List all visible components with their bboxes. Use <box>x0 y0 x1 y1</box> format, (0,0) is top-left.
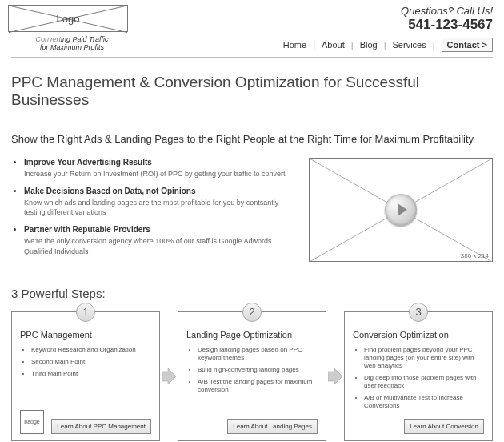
video-dimensions: 380 x 214 <box>461 252 489 259</box>
benefit-item: Partner with Reputable Providers We're t… <box>24 225 298 255</box>
step-number: 1 <box>76 303 95 322</box>
main-nav: Home| About| Blog| Services| Contact > <box>283 38 493 52</box>
benefit-desc: Increase your Return on Investment (ROI)… <box>24 169 298 179</box>
steps-heading: 3 Powerful Steps: <box>11 287 493 300</box>
benefit-item: Improve Your Advertising Results Increas… <box>24 158 298 179</box>
step-point: Design landing pages based on PPC keywor… <box>198 346 318 362</box>
phone-number: 541-123-4567 <box>283 17 493 33</box>
benefit-title: Make Decisions Based on Data, not Opinio… <box>24 187 196 195</box>
svg-marker-5 <box>328 368 342 384</box>
benefit-title: Partner with Reputable Providers <box>24 225 150 234</box>
tagline: Converting Paid Trafficfor Maximum Profi… <box>8 32 136 51</box>
questions-label: Questions? Call Us! <box>283 5 493 17</box>
learn-landing-button[interactable]: Learn About Landing Pages <box>227 419 318 434</box>
page-headline: PPC Management & Conversion Optimization… <box>11 74 493 109</box>
arrow-right-icon <box>162 368 176 384</box>
nav-home[interactable]: Home <box>283 40 306 50</box>
logo-placeholder: Logo <box>8 5 128 32</box>
step-number: 2 <box>242 303 262 322</box>
step-point: Keyword Research and Organization <box>31 346 151 354</box>
step-number: 3 <box>409 303 428 322</box>
benefit-desc: Know which ads and landing pages are the… <box>24 198 298 217</box>
step-point: Find problem pages beyond your PPC landi… <box>364 346 484 370</box>
play-icon[interactable] <box>385 194 417 226</box>
step-point: Third Main Point <box>31 370 151 378</box>
step-point: Second Main Point <box>31 358 151 366</box>
benefits-list: Improve Your Advertising Results Increas… <box>11 158 298 264</box>
step-point: A/B or Multivariate Test to Increase Con… <box>364 394 484 410</box>
step-point: Dig deep into those problem pages with u… <box>364 374 484 390</box>
page-subheadline: Show the Right Ads & Landing Pages to th… <box>11 133 493 145</box>
step-title: Conversion Optimization <box>353 330 484 340</box>
nav-blog[interactable]: Blog <box>360 40 378 50</box>
video-placeholder[interactable]: 380 x 214 <box>309 158 493 262</box>
nav-contact-button[interactable]: Contact > <box>442 38 493 52</box>
badge-placeholder: badge <box>20 410 44 434</box>
svg-marker-4 <box>162 368 176 384</box>
benefit-title: Improve Your Advertising Results <box>24 158 152 167</box>
benefit-item: Make Decisions Based on Data, not Opinio… <box>24 187 298 217</box>
learn-conversion-button[interactable]: Learn About Conversion <box>404 419 484 434</box>
step-title: PPC Management <box>20 330 151 340</box>
arrow-right-icon <box>328 368 342 384</box>
nav-about[interactable]: About <box>322 40 345 50</box>
step-card-1: 1 PPC Management Keyword Research and Or… <box>11 311 160 441</box>
benefit-desc: We're the only conversion agency where 1… <box>24 236 298 255</box>
step-title: Landing Page Optimization <box>186 330 318 340</box>
logo-label: Logo <box>9 6 127 31</box>
learn-ppc-button[interactable]: Learn About PPC Management <box>51 419 151 434</box>
step-card-3: 3 Conversion Optimization Find problem p… <box>344 311 493 441</box>
nav-services[interactable]: Services <box>393 40 426 50</box>
step-point: Build high-converting landing pages <box>198 366 318 374</box>
step-card-2: 2 Landing Page Optimization Design landi… <box>178 311 326 441</box>
step-point: A/B Test the landing pages for maximum c… <box>198 378 318 394</box>
